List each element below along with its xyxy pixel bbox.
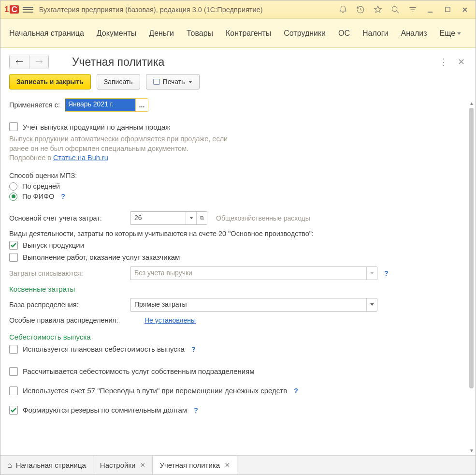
menu-item-os[interactable]: ОС (338, 29, 350, 38)
menu-item-documents[interactable]: Документы (97, 29, 136, 38)
output-by-sales-note: Выпуск продукции автоматически оформляет… (9, 134, 260, 163)
alloc-base-select[interactable]: Прямые затраты (130, 298, 377, 312)
checkbox-output-by-sales[interactable]: Учет выпуска продукции по данным продаж (9, 122, 457, 131)
main-cost-account-field[interactable]: 26 ⧉ (130, 211, 207, 225)
checkbox-production[interactable]: Выпуск продукции (9, 241, 457, 250)
checkbox-label: Используется счет 57 "Переводы в пути" п… (23, 386, 287, 395)
dropdown-button[interactable] (186, 212, 196, 224)
form-content: Применяется с: Январь 2021 г. ... Учет в… (0, 98, 476, 455)
maximize-button[interactable] (441, 3, 454, 16)
close-tab-icon[interactable]: ✕ (140, 461, 145, 469)
checkbox-icon (9, 241, 18, 250)
menu-item-taxes[interactable]: Налоги (362, 29, 389, 38)
more-vertical-icon[interactable]: ⋮ (438, 57, 449, 67)
checkbox-label: Учет выпуска продукции по данным продаж (23, 123, 170, 131)
menu-item-goods[interactable]: Товары (187, 29, 213, 38)
checkbox-label: Рассчитывается себестоимость услуг собст… (23, 367, 255, 375)
checkbox-label: Выполнение работ, оказание услуг заказчи… (23, 253, 180, 261)
tab-label: Учетная политика (159, 461, 220, 469)
save-and-close-button[interactable]: Записать и закрыть (9, 74, 91, 89)
chevron-down-icon (188, 81, 192, 83)
alloc-base-value: Прямые затраты (130, 298, 366, 311)
indirect-costs-header: Косвенные затраты (9, 285, 457, 293)
checkbox-icon (9, 406, 18, 415)
menu-item-money[interactable]: Деньги (149, 29, 174, 38)
main-menu: Начальная страница Документы Деньги Това… (0, 19, 476, 48)
date-picker-button[interactable]: ... (135, 99, 148, 111)
radio-label: По средней (22, 182, 60, 190)
close-window-button[interactable] (458, 3, 472, 16)
nav-back-button[interactable]: 🡐 (10, 55, 29, 69)
radio-icon (9, 182, 17, 191)
dropdown-button[interactable] (366, 298, 377, 311)
app-logo: 1С (4, 5, 19, 15)
vertical-scrollbar[interactable]: ▲ ▼ (468, 98, 476, 455)
checkbox-reserves[interactable]: Формируются резервы по сомнительным долг… (9, 406, 457, 415)
tab-label: Настройки (100, 461, 136, 469)
checkbox-label: Выпуск продукции (23, 241, 84, 249)
minimize-button[interactable] (423, 3, 437, 16)
home-icon: ⌂ (7, 461, 12, 470)
close-page-button[interactable]: ✕ (455, 57, 467, 67)
main-cost-account-label: Основной счет учета затрат: (9, 214, 125, 222)
help-icon[interactable]: ? (294, 387, 298, 395)
bell-icon[interactable] (336, 3, 350, 16)
applies-from-field[interactable]: Январь 2021 г. ... (65, 98, 148, 112)
history-icon[interactable] (354, 3, 367, 16)
main-cost-account-value: 26 (130, 212, 186, 224)
nav-buttons: 🡐 🡒 (9, 55, 49, 69)
special-rules-link[interactable]: Не установлены (144, 316, 196, 324)
tab-settings[interactable]: Настройки ✕ (93, 456, 153, 475)
printer-icon (153, 79, 160, 85)
menu-item-home[interactable]: Начальная страница (9, 29, 84, 38)
svg-point-0 (392, 6, 397, 12)
special-rules-label: Особые правила распределения: (9, 316, 140, 324)
radio-icon (9, 193, 17, 201)
costs-writeoff-label: Затраты списываются: (9, 269, 125, 277)
toolbar: Записать и закрыть Записать Печать (0, 74, 476, 98)
checkbox-icon (9, 345, 18, 354)
mpz-method-label: Способ оценки МПЗ: (9, 172, 457, 179)
checkbox-plan-cost[interactable]: Используется плановая себестоимость выпу… (9, 345, 457, 354)
cost-output-header: Себестоимость выпуска (9, 333, 457, 341)
radio-mpz-average[interactable]: По средней (9, 182, 457, 191)
help-icon[interactable]: ? (384, 269, 389, 277)
alloc-base-label: База распределения: (9, 301, 125, 309)
nav-forward-button[interactable]: 🡒 (29, 55, 48, 69)
buh-ru-link[interactable]: Статье на Buh.ru (53, 154, 108, 162)
costs-writeoff-value: Без учета выручки (130, 267, 366, 280)
scroll-thumb[interactable] (469, 108, 474, 388)
checkbox-own-dep-cost[interactable]: Рассчитывается себестоимость услуг собст… (9, 367, 457, 376)
svg-rect-1 (445, 7, 449, 12)
menu-item-analysis[interactable]: Анализ (401, 29, 427, 38)
applies-from-value[interactable]: Январь 2021 г. (65, 99, 135, 111)
print-button[interactable]: Печать (146, 74, 200, 89)
dropdown-button (366, 267, 377, 280)
close-tab-icon[interactable]: ✕ (225, 461, 230, 469)
tab-accounting-policy[interactable]: Учетная политика ✕ (153, 456, 237, 475)
menu-item-more[interactable]: Еще (440, 29, 462, 38)
open-list-button[interactable]: ⧉ (196, 212, 207, 224)
save-button[interactable]: Записать (97, 74, 140, 89)
checkbox-icon (9, 122, 18, 131)
checkbox-services[interactable]: Выполнение работ, оказание услуг заказчи… (9, 253, 457, 262)
tab-home[interactable]: ⌂ Начальная страница (0, 456, 93, 475)
help-icon[interactable]: ? (194, 406, 198, 414)
radio-mpz-fifo[interactable]: По ФИФО ? (9, 193, 457, 201)
checkbox-icon (9, 253, 18, 262)
star-icon[interactable] (371, 3, 385, 16)
page-header: 🡐 🡒 Учетная политика ⋮ ✕ (0, 48, 476, 74)
menu-item-contractors[interactable]: Контрагенты (226, 29, 271, 38)
scroll-down-arrow[interactable]: ▼ (468, 446, 476, 454)
checkbox-icon (9, 386, 18, 395)
menu-item-employees[interactable]: Сотрудники (284, 29, 326, 38)
checkbox-account57[interactable]: Используется счет 57 "Переводы в пути" п… (9, 386, 457, 395)
filter-icon[interactable] (406, 3, 419, 16)
checkbox-label: Используется плановая себестоимость выпу… (23, 345, 185, 353)
search-icon[interactable] (389, 3, 402, 16)
scroll-up-arrow[interactable]: ▲ (468, 99, 476, 107)
hamburger-icon[interactable] (23, 5, 33, 15)
help-icon[interactable]: ? (191, 345, 196, 353)
help-icon[interactable]: ? (61, 193, 65, 200)
window-title: Бухгалтерия предприятия (базовая), редак… (39, 6, 263, 14)
